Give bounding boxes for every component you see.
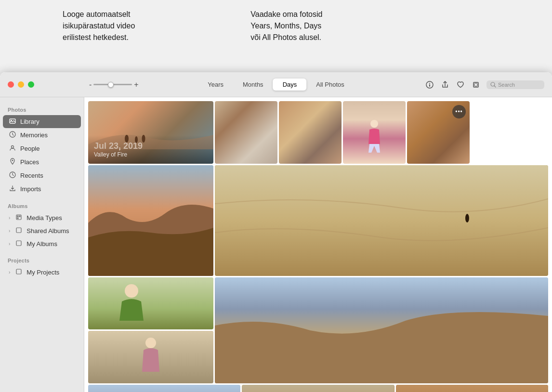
sidebar: Photos Library M xyxy=(0,97,84,392)
photo-thumb-3[interactable] xyxy=(343,101,406,164)
tooltip-right-line1: Vaadake oma fotosid xyxy=(250,10,322,18)
sidebar-item-my-projects[interactable]: › My Projects xyxy=(3,266,81,278)
photo-row-4: +3 xyxy=(88,385,548,392)
svg-point-29 xyxy=(145,338,156,348)
chevron-icon-media-types: › xyxy=(9,215,10,221)
photo-rock-path[interactable] xyxy=(215,277,548,383)
photo-bottom-1[interactable] xyxy=(88,385,240,392)
places-icon xyxy=(9,158,16,166)
svg-rect-12 xyxy=(16,215,21,220)
svg-point-27 xyxy=(125,284,138,298)
zoom-slider-container: - + xyxy=(89,80,139,89)
photo-standing[interactable] xyxy=(88,331,213,383)
photo-landscape-left[interactable] xyxy=(88,165,213,276)
sidebar-item-media-types-label: Media Types xyxy=(26,214,62,222)
sidebar-item-my-projects-label: My Projects xyxy=(26,269,59,276)
tab-years[interactable]: Years xyxy=(198,78,233,91)
shared-albums-icon xyxy=(15,227,23,235)
tab-months[interactable]: Months xyxy=(233,78,273,91)
svg-point-20 xyxy=(135,136,138,143)
sidebar-section-projects: Projects xyxy=(0,254,84,265)
sidebar-item-library[interactable]: Library xyxy=(3,115,81,128)
photo-bottom-2[interactable] xyxy=(242,385,394,392)
media-types-icon xyxy=(15,214,23,222)
svg-point-21 xyxy=(142,135,145,143)
svg-rect-16 xyxy=(16,228,21,233)
fullscreen-button[interactable] xyxy=(28,81,34,88)
svg-rect-24 xyxy=(215,165,548,276)
info-button[interactable] xyxy=(425,80,434,90)
view-tabs: Years Months Days All Photos xyxy=(198,78,354,91)
tooltip-left-line3: erilistest hetkedest. xyxy=(63,33,129,41)
imports-icon xyxy=(9,185,16,193)
sidebar-item-shared-albums-label: Shared Albums xyxy=(26,227,69,235)
my-projects-icon xyxy=(15,268,23,276)
chevron-icon-projects: › xyxy=(9,270,10,275)
tab-days[interactable]: Days xyxy=(273,78,307,91)
sidebar-item-shared-albums[interactable]: › Shared Albums xyxy=(3,224,81,237)
svg-rect-17 xyxy=(16,241,21,246)
photo-hero[interactable]: Jul 23, 2019 Valley of Fire xyxy=(88,101,213,164)
sidebar-item-people[interactable]: People xyxy=(3,142,81,155)
svg-rect-14 xyxy=(19,216,21,217)
search-box[interactable]: Search xyxy=(486,80,544,89)
svg-rect-18 xyxy=(16,269,21,274)
tab-all-photos[interactable]: All Photos xyxy=(306,78,354,91)
sidebar-item-recents[interactable]: Recents xyxy=(3,169,81,182)
titlebar: - + Years Months Days All Photos xyxy=(0,72,552,97)
sidebar-item-places[interactable]: Places xyxy=(3,156,81,169)
sidebar-item-my-albums[interactable]: › My Albums xyxy=(3,237,81,250)
heart-button[interactable] xyxy=(456,80,465,90)
sidebar-item-memories-label: Memories xyxy=(20,131,48,139)
toolbar-right: Search xyxy=(425,80,544,90)
svg-point-9 xyxy=(12,146,14,148)
tooltip-left: Looge automaatselt isikupärastatud video… xyxy=(63,9,135,43)
svg-rect-4 xyxy=(474,83,477,86)
photo-rock-big[interactable] xyxy=(215,165,548,276)
zoom-track[interactable] xyxy=(93,84,132,85)
share-button[interactable] xyxy=(440,80,450,90)
chevron-icon-myalbums: › xyxy=(9,241,10,247)
zoom-plus[interactable]: + xyxy=(134,80,138,89)
photo-row-2 xyxy=(88,165,548,276)
svg-rect-31 xyxy=(88,385,240,392)
sidebar-item-library-label: Library xyxy=(20,118,39,125)
search-placeholder: Search xyxy=(498,82,515,88)
photo-bottom-3[interactable]: +3 xyxy=(396,385,548,392)
sidebar-item-imports[interactable]: Imports xyxy=(3,183,81,196)
svg-rect-33 xyxy=(242,385,394,392)
sidebar-item-people-label: People xyxy=(20,145,39,152)
svg-rect-35 xyxy=(396,385,548,392)
chevron-icon-shared: › xyxy=(9,228,10,234)
sidebar-item-recents-label: Recents xyxy=(20,172,43,179)
svg-rect-1 xyxy=(429,84,430,87)
photo-row-3 xyxy=(88,277,548,383)
crop-button[interactable] xyxy=(471,80,481,90)
photo-thumb-4[interactable]: ••• xyxy=(407,101,470,164)
svg-point-10 xyxy=(12,160,13,161)
tooltip-left-line1: Looge automaatselt xyxy=(63,10,131,18)
traffic-lights xyxy=(8,81,34,88)
more-button-1[interactable]: ••• xyxy=(452,105,466,118)
sidebar-item-memories[interactable]: Memories xyxy=(3,129,81,142)
photo-green-jacket[interactable] xyxy=(88,277,213,329)
tooltip-area: Looge automaatselt isikupärastatud video… xyxy=(0,0,552,72)
close-button[interactable] xyxy=(8,81,14,88)
my-albums-icon xyxy=(15,240,23,248)
photo-thumb-1[interactable] xyxy=(215,101,277,164)
more-dots-1[interactable]: ••• xyxy=(452,105,466,118)
svg-point-19 xyxy=(125,135,129,143)
tooltip-right: Vaadake oma fotosid Years, Months, Days … xyxy=(250,9,322,43)
zoom-minus[interactable]: - xyxy=(89,80,92,89)
svg-point-22 xyxy=(370,120,378,128)
tooltip-right-line2: Years, Months, Days xyxy=(250,22,321,30)
sidebar-section-albums: Albums xyxy=(0,199,84,211)
zoom-thumb[interactable] xyxy=(108,82,114,88)
minimize-button[interactable] xyxy=(18,81,24,88)
sidebar-item-media-types[interactable]: › Media Types xyxy=(3,211,81,224)
photo-thumb-2[interactable] xyxy=(279,101,342,164)
svg-rect-15 xyxy=(17,218,19,219)
main-content: Jul 23, 2019 Valley of Fire xyxy=(84,97,552,392)
svg-rect-26 xyxy=(88,277,213,329)
memories-icon xyxy=(9,131,16,139)
